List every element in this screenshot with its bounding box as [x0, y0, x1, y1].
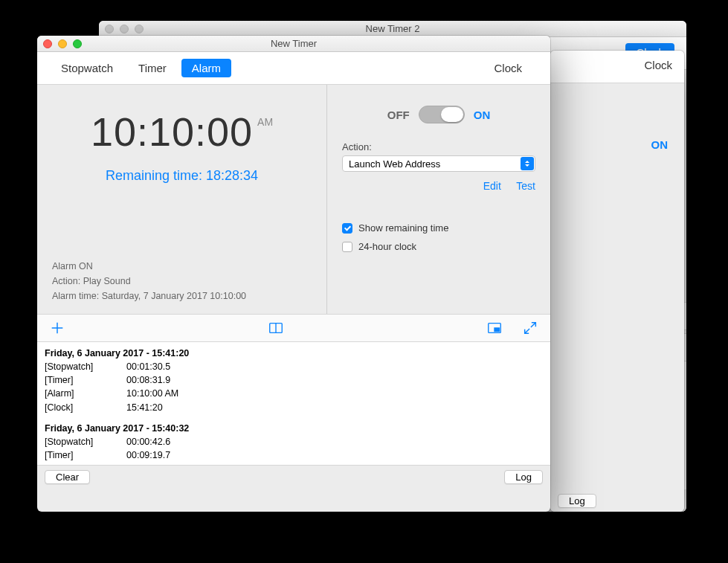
- alarm-toggle[interactable]: [419, 106, 465, 123]
- log-header: Friday, 6 January 2017 - 15:40:32: [45, 422, 543, 435]
- tab-bar: Stopwatch Timer Alarm Clock: [37, 52, 550, 85]
- status-block: Alarm ON Action: Play Sound Alarm time: …: [52, 237, 312, 303]
- icon-toolbar: [37, 314, 550, 342]
- log-tag: [Timer]: [45, 448, 126, 462]
- left-pane: 10:10:00 AM Remaining time: 18:28:34 Ala…: [37, 85, 327, 314]
- action-label: Action:: [342, 141, 535, 152]
- tab-timer[interactable]: Timer: [128, 59, 177, 77]
- log-value: 15:41:20: [126, 401, 163, 414]
- log-row: [Clock]15:41:20: [45, 401, 543, 414]
- log-header: Friday, 6 January 2017 - 15:41:20: [45, 347, 543, 360]
- show-remaining-checkbox[interactable]: [342, 223, 352, 234]
- minimize-icon[interactable]: [120, 25, 129, 33]
- 24h-clock-checkbox[interactable]: [342, 242, 352, 252]
- off-label: OFF: [387, 109, 410, 121]
- svg-rect-7: [495, 328, 499, 332]
- tab-alarm[interactable]: Alarm: [181, 59, 231, 77]
- expand-icon[interactable]: [522, 320, 538, 336]
- on-label: ON: [651, 138, 669, 151]
- window-title: New Timer: [37, 38, 550, 49]
- titlebar[interactable]: New Timer: [37, 36, 550, 52]
- split-view-icon[interactable]: [268, 320, 284, 336]
- log-value: 00:08:31.9: [126, 373, 170, 387]
- window-mid[interactable]: Clock ON Log: [550, 51, 684, 512]
- tab-stopwatch[interactable]: Stopwatch: [51, 59, 123, 77]
- log-row: [Timer]00:08:31.9: [45, 373, 543, 387]
- action-select-value: Launch Web Address: [349, 158, 440, 170]
- select-arrow-icon: [521, 157, 534, 170]
- show-remaining-row[interactable]: Show remaining time: [342, 222, 535, 234]
- log-tag: [Clock]: [45, 401, 126, 414]
- log-value: 10:10:00 AM: [126, 387, 178, 400]
- remaining-time: Remaining time: 18:28:34: [52, 168, 312, 184]
- titlebar[interactable]: New Timer 2: [99, 21, 686, 37]
- log-tag: [Timer]: [45, 373, 126, 387]
- plus-icon[interactable]: [49, 320, 65, 336]
- action-select[interactable]: Launch Web Address: [342, 155, 535, 172]
- log-row: [Stopwatch]00:01:30.5: [45, 360, 543, 373]
- 24h-clock-label: 24-hour clock: [358, 241, 416, 252]
- log-tag: [Stopwatch]: [45, 435, 126, 448]
- test-link[interactable]: Test: [516, 180, 535, 192]
- 24h-clock-row[interactable]: 24-hour clock: [342, 241, 535, 252]
- show-remaining-label: Show remaining time: [358, 222, 448, 234]
- footer: Clear Log: [37, 466, 550, 488]
- action-links: Edit Test: [342, 179, 535, 193]
- log-tag: [Stopwatch]: [45, 360, 126, 373]
- alarm-time-display: 10:10:00 AM: [52, 109, 312, 155]
- edit-link[interactable]: Edit: [483, 180, 501, 192]
- minimize-icon[interactable]: [58, 39, 67, 48]
- close-icon[interactable]: [43, 39, 52, 48]
- window-timer-1[interactable]: New Timer Stopwatch Timer Alarm Clock 10…: [37, 36, 550, 512]
- log-tag: [Alarm]: [45, 387, 126, 400]
- log-value: 00:00:42.6: [126, 435, 170, 448]
- status-line: Alarm ON: [52, 259, 312, 274]
- log-button[interactable]: Log: [558, 494, 596, 508]
- on-label: ON: [474, 109, 491, 121]
- pip-icon[interactable]: [486, 320, 503, 336]
- clear-button[interactable]: Clear: [45, 470, 90, 484]
- traffic-lights: [37, 39, 82, 48]
- traffic-lights: [99, 25, 144, 33]
- alarm-time-ampm: AM: [257, 116, 273, 128]
- log-value: 00:01:30.5: [126, 360, 170, 373]
- zoom-icon[interactable]: [73, 39, 82, 48]
- zoom-icon[interactable]: [135, 25, 144, 33]
- content-body: 10:10:00 AM Remaining time: 18:28:34 Ala…: [37, 85, 550, 314]
- footer: Log: [550, 489, 684, 512]
- status-line: Action: Play Sound: [52, 274, 312, 289]
- log-area[interactable]: Friday, 6 January 2017 - 15:41:20[Stopwa…: [37, 342, 550, 466]
- alarm-time-value: 10:10:00: [91, 109, 253, 155]
- tab-clock[interactable]: Clock: [483, 59, 532, 77]
- log-value: 00:09:19.7: [126, 448, 170, 462]
- alarm-toggle-row: OFF ON: [342, 106, 535, 123]
- status-line: Alarm time: Saturday, 7 January 2017 10:…: [52, 289, 312, 303]
- log-button[interactable]: Log: [504, 470, 543, 484]
- log-row: [Timer]00:09:19.7: [45, 448, 543, 462]
- close-icon[interactable]: [105, 25, 114, 33]
- tab-clock[interactable]: Clock: [644, 59, 672, 71]
- right-pane: OFF ON Action: Launch Web Address Edit T…: [327, 85, 550, 314]
- log-row: [Stopwatch]00:00:42.6: [45, 435, 543, 448]
- window-title: New Timer 2: [99, 23, 686, 34]
- log-row: [Alarm]10:10:00 AM: [45, 387, 543, 400]
